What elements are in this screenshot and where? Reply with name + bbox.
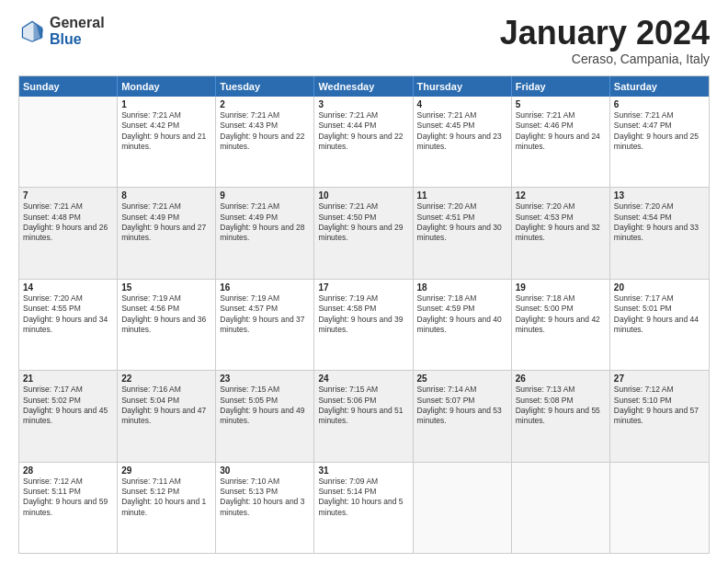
- cal-cell-r0-c2: 2Sunrise: 7:21 AM Sunset: 4:43 PM Daylig…: [216, 97, 314, 187]
- day-number: 12: [516, 190, 606, 201]
- cal-cell-r4-c0: 28Sunrise: 7:12 AM Sunset: 5:11 PM Dayli…: [19, 463, 118, 553]
- calendar-row-5: 28Sunrise: 7:12 AM Sunset: 5:11 PM Dayli…: [19, 462, 709, 553]
- cal-cell-r3-c2: 23Sunrise: 7:15 AM Sunset: 5:05 PM Dayli…: [216, 371, 314, 461]
- day-number: 7: [23, 190, 113, 201]
- cal-cell-r4-c2: 30Sunrise: 7:10 AM Sunset: 5:13 PM Dayli…: [216, 463, 314, 553]
- calendar-body: 1Sunrise: 7:21 AM Sunset: 4:42 PM Daylig…: [19, 97, 709, 553]
- day-info: Sunrise: 7:17 AM Sunset: 5:02 PM Dayligh…: [23, 385, 113, 427]
- calendar-row-4: 21Sunrise: 7:17 AM Sunset: 5:02 PM Dayli…: [19, 370, 709, 461]
- cal-cell-r3-c6: 27Sunrise: 7:12 AM Sunset: 5:10 PM Dayli…: [610, 371, 709, 461]
- day-info: Sunrise: 7:10 AM Sunset: 5:13 PM Dayligh…: [220, 477, 310, 519]
- day-info: Sunrise: 7:15 AM Sunset: 5:06 PM Dayligh…: [318, 385, 408, 427]
- cal-cell-r2-c4: 18Sunrise: 7:18 AM Sunset: 4:59 PM Dayli…: [414, 280, 512, 370]
- day-number: 27: [614, 373, 705, 384]
- day-info: Sunrise: 7:12 AM Sunset: 5:11 PM Dayligh…: [23, 477, 113, 519]
- cal-cell-r0-c5: 5Sunrise: 7:21 AM Sunset: 4:46 PM Daylig…: [512, 97, 610, 187]
- cal-cell-r2-c1: 15Sunrise: 7:19 AM Sunset: 4:56 PM Dayli…: [118, 280, 216, 370]
- cal-cell-r3-c4: 25Sunrise: 7:14 AM Sunset: 5:07 PM Dayli…: [414, 371, 512, 461]
- cal-cell-r0-c6: 6Sunrise: 7:21 AM Sunset: 4:47 PM Daylig…: [610, 97, 709, 187]
- logo-icon: [18, 17, 46, 45]
- day-info: Sunrise: 7:11 AM Sunset: 5:12 PM Dayligh…: [121, 477, 211, 519]
- day-number: 23: [220, 373, 310, 384]
- header-day-tuesday: Tuesday: [216, 76, 314, 97]
- cal-cell-r2-c2: 16Sunrise: 7:19 AM Sunset: 4:57 PM Dayli…: [216, 280, 314, 370]
- cal-cell-r2-c0: 14Sunrise: 7:20 AM Sunset: 4:55 PM Dayli…: [19, 280, 118, 370]
- day-number: 29: [121, 465, 211, 476]
- day-info: Sunrise: 7:18 AM Sunset: 5:00 PM Dayligh…: [516, 293, 606, 336]
- day-number: 4: [417, 99, 507, 109]
- cal-cell-r4-c1: 29Sunrise: 7:11 AM Sunset: 5:12 PM Dayli…: [118, 463, 216, 553]
- day-number: 13: [614, 190, 705, 201]
- cal-cell-r4-c4: [414, 463, 512, 553]
- day-number: 20: [614, 282, 705, 293]
- day-info: Sunrise: 7:21 AM Sunset: 4:42 PM Dayligh…: [121, 110, 211, 153]
- day-info: Sunrise: 7:21 AM Sunset: 4:48 PM Dayligh…: [23, 201, 113, 244]
- header-day-monday: Monday: [118, 76, 216, 97]
- day-number: 14: [23, 282, 113, 293]
- cal-cell-r0-c0: [19, 97, 118, 187]
- cal-cell-r1-c0: 7Sunrise: 7:21 AM Sunset: 4:48 PM Daylig…: [19, 188, 118, 278]
- cal-cell-r1-c4: 11Sunrise: 7:20 AM Sunset: 4:51 PM Dayli…: [414, 188, 512, 278]
- header-day-saturday: Saturday: [610, 76, 709, 97]
- day-number: 6: [614, 99, 705, 109]
- day-number: 18: [417, 282, 507, 293]
- cal-cell-r1-c1: 8Sunrise: 7:21 AM Sunset: 4:49 PM Daylig…: [118, 188, 216, 278]
- header-day-friday: Friday: [512, 76, 610, 97]
- day-info: Sunrise: 7:17 AM Sunset: 5:01 PM Dayligh…: [614, 293, 705, 336]
- day-info: Sunrise: 7:19 AM Sunset: 4:58 PM Dayligh…: [318, 293, 408, 336]
- day-number: 3: [318, 99, 408, 109]
- day-number: 31: [318, 465, 408, 476]
- title-block: January 2024 Ceraso, Campania, Italy: [500, 15, 710, 66]
- cal-cell-r3-c1: 22Sunrise: 7:16 AM Sunset: 5:04 PM Dayli…: [118, 371, 216, 461]
- cal-cell-r1-c6: 13Sunrise: 7:20 AM Sunset: 4:54 PM Dayli…: [610, 188, 709, 278]
- cal-cell-r0-c3: 3Sunrise: 7:21 AM Sunset: 4:44 PM Daylig…: [314, 97, 413, 187]
- day-info: Sunrise: 7:14 AM Sunset: 5:07 PM Dayligh…: [417, 385, 507, 427]
- day-info: Sunrise: 7:12 AM Sunset: 5:10 PM Dayligh…: [614, 385, 705, 427]
- day-number: 26: [516, 373, 606, 384]
- day-number: 17: [318, 282, 408, 293]
- cal-cell-r0-c1: 1Sunrise: 7:21 AM Sunset: 4:42 PM Daylig…: [118, 97, 216, 187]
- day-info: Sunrise: 7:15 AM Sunset: 5:05 PM Dayligh…: [220, 385, 310, 427]
- calendar: SundayMondayTuesdayWednesdayThursdayFrid…: [18, 75, 710, 554]
- day-number: 30: [220, 465, 310, 476]
- calendar-row-3: 14Sunrise: 7:20 AM Sunset: 4:55 PM Dayli…: [19, 279, 709, 370]
- day-number: 8: [121, 190, 211, 201]
- day-info: Sunrise: 7:20 AM Sunset: 4:55 PM Dayligh…: [23, 293, 113, 336]
- day-number: 11: [417, 190, 507, 201]
- day-number: 28: [23, 465, 113, 476]
- logo-general: General: [50, 15, 105, 31]
- day-number: 22: [121, 373, 211, 384]
- cal-cell-r3-c5: 26Sunrise: 7:13 AM Sunset: 5:08 PM Dayli…: [512, 371, 610, 461]
- day-info: Sunrise: 7:19 AM Sunset: 4:57 PM Dayligh…: [220, 293, 310, 336]
- day-number: 24: [318, 373, 408, 384]
- day-info: Sunrise: 7:19 AM Sunset: 4:56 PM Dayligh…: [121, 293, 211, 336]
- page: General Blue January 2024 Ceraso, Campan…: [0, 0, 728, 563]
- day-info: Sunrise: 7:21 AM Sunset: 4:49 PM Dayligh…: [220, 201, 310, 244]
- cal-cell-r1-c5: 12Sunrise: 7:20 AM Sunset: 4:53 PM Dayli…: [512, 188, 610, 278]
- day-info: Sunrise: 7:20 AM Sunset: 4:54 PM Dayligh…: [614, 201, 705, 244]
- day-number: 25: [417, 373, 507, 384]
- day-number: 16: [220, 282, 310, 293]
- cal-cell-r3-c0: 21Sunrise: 7:17 AM Sunset: 5:02 PM Dayli…: [19, 371, 118, 461]
- cal-cell-r0-c4: 4Sunrise: 7:21 AM Sunset: 4:45 PM Daylig…: [414, 97, 512, 187]
- cal-cell-r2-c5: 19Sunrise: 7:18 AM Sunset: 5:00 PM Dayli…: [512, 280, 610, 370]
- day-number: 5: [516, 99, 606, 109]
- day-number: 21: [23, 373, 113, 384]
- day-info: Sunrise: 7:16 AM Sunset: 5:04 PM Dayligh…: [121, 385, 211, 427]
- cal-cell-r4-c3: 31Sunrise: 7:09 AM Sunset: 5:14 PM Dayli…: [314, 463, 413, 553]
- day-info: Sunrise: 7:21 AM Sunset: 4:47 PM Dayligh…: [614, 110, 705, 153]
- logo-blue: Blue: [50, 31, 105, 48]
- header-day-sunday: Sunday: [19, 76, 118, 97]
- day-number: 1: [121, 99, 211, 109]
- day-number: 2: [220, 99, 310, 109]
- day-info: Sunrise: 7:18 AM Sunset: 4:59 PM Dayligh…: [417, 293, 507, 336]
- location: Ceraso, Campania, Italy: [500, 52, 710, 66]
- header-day-thursday: Thursday: [414, 76, 512, 97]
- cal-cell-r4-c6: [610, 463, 709, 553]
- day-number: 15: [121, 282, 211, 293]
- day-info: Sunrise: 7:21 AM Sunset: 4:44 PM Dayligh…: [318, 110, 408, 153]
- day-info: Sunrise: 7:21 AM Sunset: 4:50 PM Dayligh…: [318, 201, 408, 244]
- logo-text: General Blue: [50, 15, 105, 47]
- month-title: January 2024: [500, 15, 710, 52]
- cal-cell-r2-c3: 17Sunrise: 7:19 AM Sunset: 4:58 PM Dayli…: [314, 280, 413, 370]
